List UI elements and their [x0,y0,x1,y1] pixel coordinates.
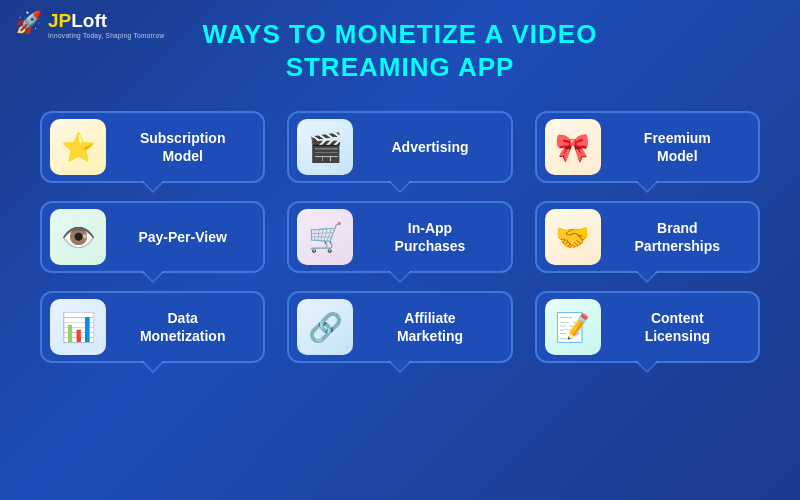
monetization-grid: ⭐ SubscriptionModel 🎬 Advertising 🎀 Free… [0,93,800,381]
card-pay-per-view[interactable]: 👁️ Pay-Per-View [40,201,265,273]
card-label-advertising: Advertising [363,138,496,156]
card-label-freemium-model: FreemiumModel [611,129,744,165]
affiliate-icon: 🔗 [297,299,353,355]
card-label-in-app-purchases: In-AppPurchases [363,219,496,255]
ppv-icon: 👁️ [50,209,106,265]
inapp-icon: 🛒 [297,209,353,265]
logo: 🚀 JPLoft Innovating Today, Shaping Tomor… [15,10,164,39]
licensing-icon: 📝 [545,299,601,355]
card-subscription-model[interactable]: ⭐ SubscriptionModel [40,111,265,183]
card-brand-partnerships[interactable]: 🤝 BrandPartnerships [535,201,760,273]
card-label-brand-partnerships: BrandPartnerships [611,219,744,255]
logo-icon: 🚀 [15,10,42,36]
card-freemium-model[interactable]: 🎀 FreemiumModel [535,111,760,183]
card-label-content-licensing: ContentLicensing [611,309,744,345]
card-data-monetization[interactable]: 📊 DataMonetization [40,291,265,363]
logo-text: JPLoft [48,10,164,32]
data-icon: 📊 [50,299,106,355]
freemium-icon: 🎀 [545,119,601,175]
advertising-icon: 🎬 [297,119,353,175]
subscription-icon: ⭐ [50,119,106,175]
card-label-data-monetization: DataMonetization [116,309,249,345]
card-in-app-purchases[interactable]: 🛒 In-AppPurchases [287,201,512,273]
card-label-subscription-model: SubscriptionModel [116,129,249,165]
partnership-icon: 🤝 [545,209,601,265]
card-affiliate-marketing[interactable]: 🔗 AffiliateMarketing [287,291,512,363]
card-label-affiliate-marketing: AffiliateMarketing [363,309,496,345]
card-label-pay-per-view: Pay-Per-View [116,228,249,246]
logo-tagline: Innovating Today, Shaping Tomorrow [48,32,164,39]
card-advertising[interactable]: 🎬 Advertising [287,111,512,183]
card-content-licensing[interactable]: 📝 ContentLicensing [535,291,760,363]
